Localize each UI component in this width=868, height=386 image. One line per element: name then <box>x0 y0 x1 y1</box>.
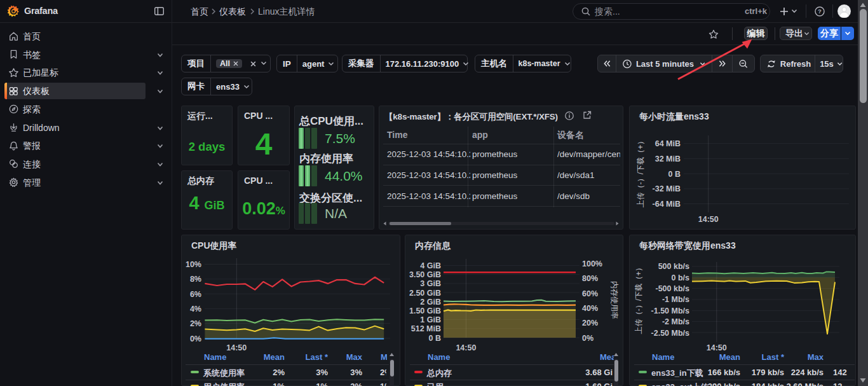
svg-text:4 GiB: 4 GiB <box>420 261 441 270</box>
svg-text:3.50 GiB: 3.50 GiB <box>409 270 441 279</box>
svg-text:2.50 GiB: 2.50 GiB <box>409 289 441 298</box>
svg-text:14:50: 14:50 <box>707 343 727 352</box>
svg-text:?: ? <box>818 8 822 15</box>
svg-text:0 b/s: 0 b/s <box>672 273 690 282</box>
svg-text:500 kb/s: 500 kb/s <box>658 262 689 271</box>
svg-text:2%: 2% <box>190 319 201 328</box>
svg-text:-500 kb/s: -500 kb/s <box>655 284 689 293</box>
svg-text:64 MiB: 64 MiB <box>655 139 681 148</box>
svg-text:1 GiB: 1 GiB <box>420 315 441 324</box>
svg-text:14:50: 14:50 <box>456 343 476 352</box>
svg-text:-2 Mb/s: -2 Mb/s <box>662 317 689 326</box>
svg-text:32 MiB: 32 MiB <box>655 155 681 163</box>
svg-text:-32 MiB: -32 MiB <box>653 184 681 193</box>
svg-text:14:50: 14:50 <box>698 215 719 224</box>
svg-text:60%: 60% <box>582 289 598 298</box>
svg-text:4%: 4% <box>190 305 201 314</box>
svg-text:6%: 6% <box>190 290 201 299</box>
svg-text:0 B: 0 B <box>668 170 681 179</box>
svg-text:8%: 8% <box>190 275 201 284</box>
svg-text:0 B: 0 B <box>429 334 441 343</box>
svg-text:40%: 40% <box>582 304 598 313</box>
svg-text:-1.50 Mb/s: -1.50 Mb/s <box>651 307 689 315</box>
svg-text:0%: 0% <box>582 334 593 343</box>
svg-text:14:50: 14:50 <box>226 343 247 352</box>
svg-text:100%: 100% <box>582 259 602 268</box>
svg-text:-2.50 Mb/s: -2.50 Mb/s <box>651 329 689 338</box>
svg-text:20%: 20% <box>582 319 598 327</box>
svg-text:3 GiB: 3 GiB <box>420 279 441 288</box>
svg-text:0%: 0% <box>190 334 201 343</box>
svg-text:-64 MiB: -64 MiB <box>653 200 681 209</box>
svg-text:1.50 GiB: 1.50 GiB <box>409 307 441 315</box>
svg-text:512 MiB: 512 MiB <box>411 324 441 333</box>
svg-text:10%: 10% <box>186 260 201 269</box>
svg-text:-1 Mb/s: -1 Mb/s <box>662 295 689 304</box>
svg-text:80%: 80% <box>582 274 598 283</box>
svg-text:2 GiB: 2 GiB <box>420 298 441 307</box>
